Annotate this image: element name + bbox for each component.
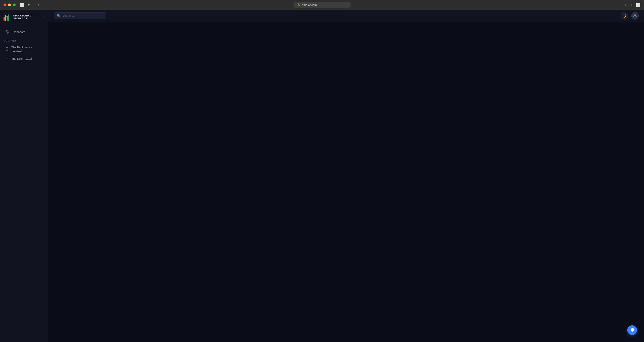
lock-icon: 🔒 (297, 3, 300, 6)
sidebar-item-elite[interactable]: The Elite - النخبة (2, 55, 46, 63)
search-input[interactable] (62, 14, 99, 17)
beginners-label: The Beginners - المبتدئين (12, 46, 43, 52)
sidebar: STOCK MARKET SECRET A.F ‹ Dashboard COUR… (0, 10, 48, 342)
maximize-button[interactable] (13, 3, 16, 6)
avatar-button[interactable] (631, 12, 639, 19)
floating-action-button[interactable] (627, 325, 637, 335)
url-bar[interactable]: 🔒 sms-af.com (294, 2, 350, 8)
share-icon[interactable]: ⬆ (624, 3, 627, 7)
logo-icon (3, 13, 11, 21)
top-bar: 🔍 🌙 (48, 10, 644, 22)
url-text: sms-af.com (302, 3, 317, 6)
top-bar-right: 🌙 (621, 12, 639, 19)
tabs-icon[interactable]: ⬜ (636, 3, 640, 7)
sidebar-nav: Dashboard COURSES The Beginners - المبتد… (0, 25, 48, 342)
search-icon: 🔍 (57, 14, 61, 17)
dark-mode-button[interactable]: 🌙 (621, 12, 628, 19)
close-button[interactable] (4, 3, 6, 6)
svg-rect-2 (6, 16, 8, 21)
sidebar-item-beginners[interactable]: The Beginners - المبتدئين (2, 44, 46, 54)
sidebar-header: STOCK MARKET SECRET A.F ‹ (0, 10, 48, 25)
search-bar[interactable]: 🔍 (54, 12, 106, 19)
app-container: STOCK MARKET SECRET A.F ‹ Dashboard COUR… (0, 10, 644, 342)
elite-label: The Elite - النخبة (12, 57, 32, 60)
back-button[interactable]: ‹ (32, 2, 35, 7)
traffic-lights (4, 3, 16, 6)
sidebar-collapse-button[interactable]: ‹ (43, 15, 45, 19)
book-icon-elite (5, 57, 9, 61)
dashboard-label: Dashboard (12, 30, 26, 34)
courses-section-label: COURSES (0, 36, 48, 43)
dashboard-icon (5, 30, 9, 34)
avatar-icon (633, 13, 637, 18)
add-tab-icon[interactable]: ＋ (630, 3, 634, 7)
svg-point-4 (6, 30, 9, 33)
moon-icon: 🌙 (622, 14, 627, 18)
logo-area: STOCK MARKET SECRET A.F (3, 13, 32, 21)
logo-text: STOCK MARKET SECRET A.F (13, 14, 32, 20)
sidebar-item-dashboard[interactable]: Dashboard (2, 28, 46, 36)
chevron-down-icon[interactable]: ▾ (27, 2, 30, 7)
main-content (48, 22, 644, 342)
sidebar-toggle-icon[interactable]: ⬜ (19, 2, 25, 7)
minimize-button[interactable] (8, 3, 11, 6)
settings-icon (630, 328, 634, 333)
book-icon-beginners (5, 47, 9, 51)
svg-point-5 (6, 31, 8, 32)
url-bar-container: 🔒 sms-af.com (294, 2, 350, 8)
nav-controls: ⬜ ▾ ‹ › (19, 2, 40, 7)
title-bar: ⬜ ▾ ‹ › 🔒 sms-af.com ⬆ ＋ ⬜ (0, 0, 644, 10)
forward-button[interactable]: › (37, 2, 40, 7)
title-bar-right: ⬆ ＋ ⬜ (624, 3, 640, 7)
